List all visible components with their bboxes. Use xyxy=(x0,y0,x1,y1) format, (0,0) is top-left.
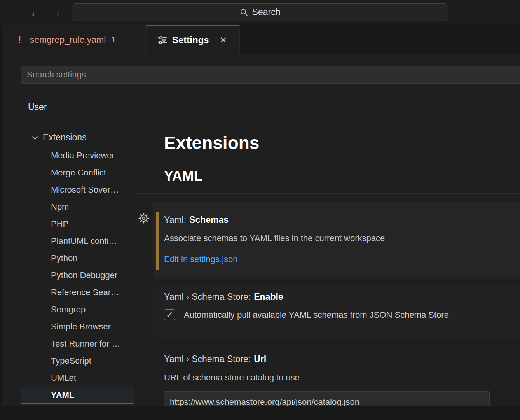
chevron-down-icon xyxy=(32,136,38,140)
tab-settings[interactable]: Settings ✕ xyxy=(146,25,240,54)
tab-semgrep-rule-yaml[interactable]: ! semgrep_rule.yaml 1 xyxy=(3,25,146,54)
panel-divider xyxy=(134,193,134,406)
extensions-tree-items: Media PreviewerMerge ConflictMicrosoft S… xyxy=(21,147,134,404)
bottom-panel-strip xyxy=(0,406,520,420)
setting-schema-store-enable: Yaml › Schema Store: Enable ✓ Automatica… xyxy=(153,286,520,338)
scope-tab-user[interactable]: User xyxy=(27,97,48,117)
setting-title: Yaml › Schema Store: Enable xyxy=(164,292,283,302)
tree-item-microsoft-sover[interactable]: Microsoft Sover… xyxy=(21,181,134,198)
tree-item-plantuml-confi[interactable]: PlantUML confi… xyxy=(21,233,134,250)
setting-title-key: Schemas xyxy=(189,215,229,225)
checkbox-row: ✓ Automatically pull available YAML sche… xyxy=(164,309,449,320)
heading-divider xyxy=(134,193,520,194)
tree-item-test-runner-for[interactable]: Test Runner for … xyxy=(21,335,134,352)
setting-description: URL of schema store catalog to use xyxy=(164,373,300,383)
tree-item-media-previewer[interactable]: Media Previewer xyxy=(21,147,134,164)
edit-in-settings-json-link[interactable]: Edit in settings.json xyxy=(164,254,238,264)
tree-item-semgrep[interactable]: Semgrep xyxy=(21,301,134,318)
tree-root-extensions[interactable]: Extensions xyxy=(21,128,134,147)
tree-item-yaml[interactable]: YAML xyxy=(21,387,134,404)
setting-title: Yaml: Schemas xyxy=(164,215,229,225)
tree-item-umlet[interactable]: UMLet xyxy=(21,369,134,387)
scope-tab-user-label: User xyxy=(28,102,47,112)
file-tab-label: semgrep_rule.yaml xyxy=(30,35,106,45)
back-arrow-icon[interactable]: ← xyxy=(30,5,41,19)
command-center-search-label: Search xyxy=(252,7,281,18)
setting-title-prefix: Yaml: xyxy=(164,215,186,225)
vscode-window: ← → Search ! semgrep_rule.yaml 1 xyxy=(0,0,520,420)
checkmark-icon: ✓ xyxy=(166,311,173,319)
forward-arrow-icon[interactable]: → xyxy=(50,5,61,19)
search-icon xyxy=(240,8,248,17)
tree-item-typescript[interactable]: TypeScript xyxy=(21,352,134,369)
tree-item-simple-browser[interactable]: Simple Browser xyxy=(21,318,134,335)
setting-description: Associate schemas to YAML files in the c… xyxy=(164,233,385,243)
settings-tab-label: Settings xyxy=(172,35,209,46)
checkbox-label: Automatically pull available YAML schema… xyxy=(184,310,449,320)
tree-item-merge-conflict[interactable]: Merge Conflict xyxy=(21,164,134,181)
content-heading: Extensions xyxy=(164,132,259,153)
tree-item-python-debugger[interactable]: Python Debugger xyxy=(21,267,134,284)
setting-yaml-schemas: Yaml: Schemas Associate schemas to YAML … xyxy=(153,202,520,279)
error-indicator-icon: ! xyxy=(18,34,21,46)
schema-store-enable-checkbox[interactable]: ✓ xyxy=(164,309,175,320)
tree-item-php[interactable]: PHP xyxy=(21,215,134,233)
file-tab-badge: 1 xyxy=(111,35,116,45)
setting-title-key: Url xyxy=(254,354,266,364)
gear-icon[interactable] xyxy=(138,213,149,224)
close-icon[interactable]: ✕ xyxy=(220,35,227,46)
setting-title-key: Enable xyxy=(254,292,283,302)
setting-title-prefix: Yaml › Schema Store: xyxy=(164,292,251,302)
modified-setting-indicator xyxy=(156,212,159,270)
tree-root-label: Extensions xyxy=(43,132,87,143)
tree-item-python[interactable]: Python xyxy=(21,250,134,267)
setting-title-prefix: Yaml › Schema Store: xyxy=(164,354,251,364)
setting-title: Yaml › Schema Store: Url xyxy=(164,354,266,364)
tab-bar: ! semgrep_rule.yaml 1 Settings ✕ xyxy=(0,25,520,54)
command-center-search[interactable]: Search xyxy=(72,4,448,21)
content-subheading: YAML xyxy=(164,168,202,184)
tree-item-reference-sear[interactable]: Reference Sear… xyxy=(21,284,134,301)
window-left-edge xyxy=(0,54,3,406)
settings-search-input[interactable] xyxy=(21,66,520,84)
setting-schema-store-url: Yaml › Schema Store: Url URL of schema s… xyxy=(153,349,520,406)
titlebar: ← → Search xyxy=(0,0,520,25)
tree-item-npm[interactable]: Npm xyxy=(21,198,134,215)
settings-sliders-icon xyxy=(158,35,167,45)
